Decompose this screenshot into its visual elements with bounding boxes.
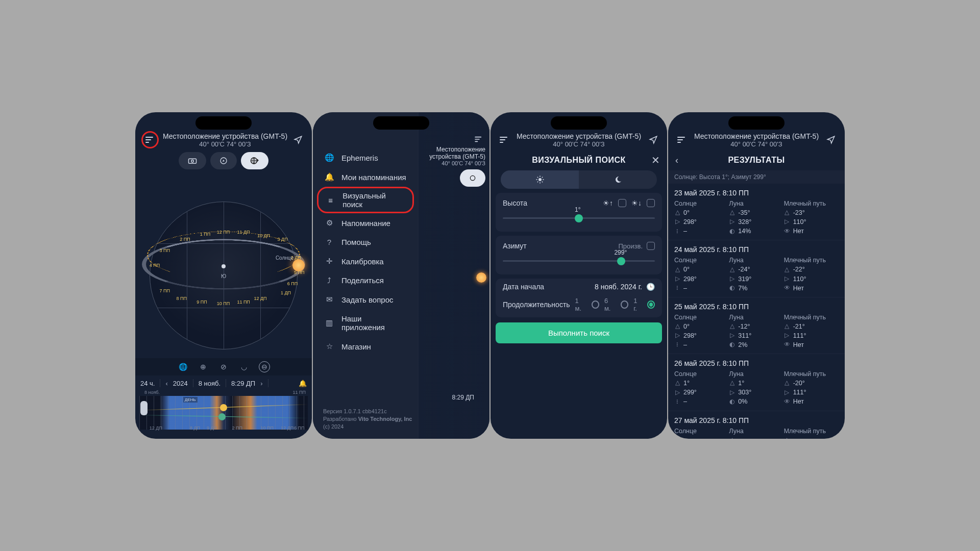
sun-marker[interactable] [292,259,305,271]
mode-toolbar [135,152,312,169]
menu-item-label: Поделиться [341,276,384,285]
altitude-thumb[interactable] [575,214,583,222]
year-value[interactable]: 2024 [173,380,188,387]
menu-item-gear[interactable]: ⚙ Напоминание [313,213,418,233]
results-list[interactable]: 23 май 2025 г. 8:10 ПП Солнце △0° ▷298° … [668,184,845,439]
year-prev[interactable]: ‹ [165,380,167,387]
result-item[interactable]: 24 май 2025 г. 8:10 ПП Солнце △0° ▷298° … [668,240,845,297]
dur-opt-1y[interactable]: 1 г. [633,297,642,312]
layer-globe-icon[interactable]: 🌐 [177,361,188,372]
col-moon: Луна [729,370,783,378]
tl-moon-marker[interactable] [218,413,226,420]
tl-tick: 11 ПП [293,390,306,395]
seg-moon[interactable] [579,170,657,189]
camera-mode[interactable] [179,152,206,169]
menu-item-bell[interactable]: 🔔 Мои напоминания [313,167,418,187]
globe-mode[interactable] [460,169,485,187]
globe-view[interactable]: Ю Солнце 1 ПП 12 ПП 11 ДП 10 ДП 2 ПП 3 П… [139,174,308,358]
arbitrary-check[interactable] [647,242,655,250]
notch [195,116,252,130]
menu-item-calibrate[interactable]: ✛ Калибровка [313,252,418,271]
locate-button[interactable] [291,133,305,146]
azimuth-value: 299° [614,249,627,256]
layer-slash-icon[interactable]: ⊘ [218,361,229,372]
svg-line-19 [537,177,538,178]
hour-label: 11 ДП [237,230,250,235]
compass-mode[interactable] [210,152,237,169]
tl-tick: 2 ПП [232,425,242,431]
col-mw: Млечный путь [784,428,839,435]
dur-opt-1m[interactable]: 1 м. [575,297,586,312]
result-date: 23 май 2025 г. 8:10 ПП [674,189,839,197]
result-item[interactable]: 25 май 2025 г. 8:10 ПП Солнце △0° ▷298° … [668,297,845,354]
layer-grid-icon[interactable]: ⊕ [198,361,209,372]
menu-item-help[interactable]: ? Помощь [313,233,418,252]
menu-item-share[interactable]: ⤴ Поделиться [313,271,418,290]
col-mw: Млечный путь [784,314,839,321]
menu-item-globe[interactable]: 🌐 Ephemeris [313,148,418,167]
sun-marker [476,272,486,283]
hour-label: 7 ПП [160,288,170,293]
menu-button[interactable] [675,133,689,146]
location-title[interactable]: Местоположение устройства (GMT-5) [689,132,824,140]
time-next[interactable]: › [260,380,262,387]
range-label[interactable]: 24 ч. [140,380,155,387]
menu-item-star[interactable]: ☆ Магазин [313,337,418,356]
app-developer: Разработано [323,416,358,422]
sunrise-check[interactable] [618,199,626,207]
hour-label: 1 ДП [281,290,291,295]
azimuth-thumb[interactable] [617,257,625,265]
result-item[interactable]: 23 май 2025 г. 8:10 ПП Солнце △0° ▷298° … [668,184,845,240]
timeline[interactable]: 8 нояб. ДЕНЬ 12 ДП 8 ДП 9 ДП 2 ПП 10 ПП … [139,391,308,430]
hour-label: 11 ПП [237,299,250,305]
seg-sun[interactable] [501,170,579,189]
back-button[interactable]: ‹ [675,155,678,166]
tl-drag-handle[interactable] [140,401,148,415]
dur-radio-6m[interactable] [621,300,628,309]
result-item[interactable]: 26 май 2025 г. 8:10 ПП Солнце △1° ▷299° … [668,354,845,411]
location-coords: 40° 00'С 74° 00'З [159,140,291,148]
hour-label: 1 ПП [200,232,210,237]
hour-label: 3 ПП [160,248,170,253]
dur-opt-6m[interactable]: 6 м. [604,297,616,312]
dur-radio-1m[interactable] [592,300,599,309]
startdate-value[interactable]: 8 нояб. 2024 г. [595,283,642,291]
hour-label: 6 ПП [287,281,298,286]
dur-radio-1y[interactable] [647,300,655,309]
azimuth-slider[interactable]: 299° [503,253,655,268]
menu-button[interactable] [498,133,511,146]
menu-button[interactable] [472,133,485,146]
notch [373,116,429,130]
run-search-button[interactable]: Выполнить поиск [496,322,662,343]
layer-ring-icon[interactable]: ⊖ [259,361,270,372]
location-title[interactable]: Местоположение устройства (GMT-5) [159,132,291,140]
hour-label: 5 ПП [294,270,304,275]
close-button[interactable]: ✕ [651,154,660,166]
location-title[interactable]: Местоположение устройства (GMT-5) [511,132,647,140]
date-value[interactable]: 8 нояб. [199,380,220,387]
startdate-label: Дата начала [503,283,544,291]
sunset-check[interactable] [647,199,655,207]
col-mw: Млечный путь [784,370,839,378]
result-item[interactable]: 27 май 2025 г. 8:10 ПП Солнце △ ▷ ⫶ Луна… [668,411,845,439]
svg-point-14 [538,178,542,181]
phone-row: Местоположение устройства (GMT-5) 40° 00… [135,112,845,439]
clock-icon[interactable]: 🕒 [646,283,655,291]
menu-item-sliders[interactable]: ≡ Визуальный поиск [317,187,414,213]
altitude-slider[interactable]: 1° [503,210,655,226]
globe-mode[interactable] [241,152,268,169]
locate-button[interactable] [824,133,838,146]
menu-item-label: Мои напоминания [341,173,406,182]
compass-south: Ю [221,273,226,279]
menu-item-mail[interactable]: ✉ Задать вопрос [313,290,418,309]
layer-horizon-icon[interactable]: ◡ [238,361,250,372]
svg-rect-3 [189,159,197,163]
reminder-bell-icon[interactable]: 🔔 [299,380,307,387]
locate-button[interactable] [647,133,660,146]
mail-icon: ✉ [324,295,334,304]
menu-item-apps[interactable]: ▥ Наши приложения [313,309,418,337]
menu-item-label: Визуальный поиск [342,191,405,209]
menu-button[interactable] [143,133,157,146]
notch [728,116,785,130]
time-value[interactable]: 8:29 ДП [231,380,255,387]
